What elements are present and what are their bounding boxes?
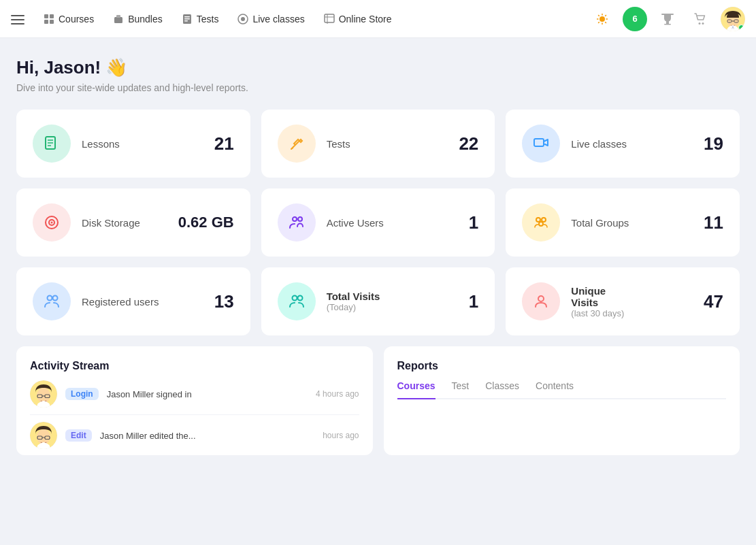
stats-grid-row1: Lessons 21 Tests 22 Live classes: [16, 110, 740, 178]
groups-icon-wrap: [522, 203, 560, 242]
svg-rect-8: [116, 15, 120, 18]
nav-online-store[interactable]: Online Store: [324, 14, 392, 24]
reports-title: Reports: [397, 360, 727, 372]
activity-tag-login: Login: [65, 388, 99, 400]
stat-card-total-visits: Total Visits (Today) 1: [261, 267, 495, 335]
trophy-button[interactable]: [655, 7, 680, 31]
svg-rect-10: [184, 16, 190, 18]
activity-text-0: Jason Miller signed in: [107, 389, 308, 399]
visits-icon: [289, 293, 305, 310]
trophy-icon: [661, 12, 674, 26]
live-icon-wrap: [522, 125, 560, 163]
live-classes-label: Live classes: [571, 138, 693, 150]
unique-visits-value: 47: [704, 291, 723, 312]
reports-tabs: Courses Test Classes Contents: [397, 380, 727, 399]
nav-courses[interactable]: Courses: [44, 14, 94, 24]
svg-rect-3: [44, 14, 48, 18]
activity-scroll-area[interactable]: Login Jason Miller signed in 4 hours ago: [30, 380, 359, 455]
svg-rect-26: [664, 24, 671, 25]
nav-live-classes[interactable]: Live classes: [237, 14, 304, 24]
activity-time-0: 4 hours ago: [316, 389, 359, 399]
active-users-value: 1: [469, 212, 478, 233]
stat-card-active-users: Active Users 1: [261, 188, 495, 257]
groups-value: 11: [704, 212, 723, 233]
unique-visits-icon-wrap: [522, 282, 560, 320]
tab-classes[interactable]: Classes: [485, 380, 519, 399]
lessons-label: Lessons: [82, 138, 203, 150]
svg-point-28: [702, 22, 704, 24]
activity-stream-title: Activity Stream: [30, 360, 359, 372]
disk-label: Disk Storage: [82, 217, 167, 229]
notification-badge: 6: [623, 7, 647, 31]
cart-icon: [693, 12, 707, 26]
courses-icon: [44, 14, 54, 24]
stat-card-live-classes: Live classes 19: [506, 110, 740, 178]
registered-users-value: 13: [214, 291, 234, 312]
total-visits-label: Total Visits: [327, 291, 458, 302]
svg-point-27: [699, 22, 701, 24]
svg-point-58: [37, 429, 50, 444]
store-icon: [324, 14, 335, 24]
stat-card-disk: Disk Storage 0.62 GB: [16, 188, 250, 257]
nav-right: 6: [590, 7, 745, 31]
svg-rect-4: [50, 14, 54, 18]
registered-users-icon-wrap: [33, 282, 71, 320]
stats-grid-row3: Registered users 13 Total Visits (Today)…: [16, 267, 740, 335]
svg-rect-6: [50, 20, 54, 24]
nav-bundles[interactable]: Bundles: [113, 14, 163, 24]
menu-icon[interactable]: [11, 11, 24, 27]
svg-rect-12: [184, 20, 188, 22]
svg-point-42: [293, 217, 297, 221]
svg-rect-2: [11, 23, 24, 24]
tab-test[interactable]: Test: [452, 380, 470, 399]
visits-icon-wrap: [278, 282, 316, 320]
svg-point-14: [241, 17, 245, 21]
activity-stream-panel: Activity Stream: [16, 346, 373, 455]
sun-icon: [595, 12, 609, 26]
unique-visits-period: (last 30 days): [571, 308, 693, 318]
notification-button[interactable]: 6: [623, 7, 647, 31]
live-classes-icon: [237, 14, 248, 24]
activity-avatar-2: [30, 422, 57, 449]
groups-label: Total Groups: [571, 217, 693, 229]
activity-text-1: Jason Miller edited the...: [100, 431, 314, 441]
svg-rect-7: [114, 17, 122, 23]
svg-point-43: [298, 217, 302, 221]
sun-button[interactable]: [590, 7, 614, 31]
greeting-title: Hi, Jason! 👋: [16, 57, 740, 78]
disk-icon: [44, 214, 60, 231]
svg-point-49: [292, 296, 297, 301]
svg-point-51: [538, 296, 544, 301]
disk-value: 0.62 GB: [178, 214, 234, 231]
svg-line-23: [605, 15, 606, 16]
svg-point-45: [542, 218, 546, 222]
nav-tests[interactable]: Tests: [182, 14, 219, 24]
active-users-icon: [289, 214, 305, 231]
registered-users-icon: [44, 293, 60, 310]
tab-courses[interactable]: Courses: [397, 380, 435, 399]
tests-icon-wrap: [278, 125, 316, 163]
unique-visits-sublabel: Visits: [571, 297, 693, 308]
svg-line-21: [598, 15, 599, 16]
svg-point-48: [53, 296, 58, 301]
svg-point-46: [539, 222, 543, 226]
cart-button[interactable]: [688, 7, 712, 31]
total-visits-value: 1: [469, 291, 478, 312]
svg-point-41: [51, 222, 53, 224]
registered-users-label: Registered users: [82, 296, 203, 308]
svg-point-47: [48, 296, 52, 301]
user-avatar[interactable]: [721, 7, 745, 31]
svg-rect-1: [11, 19, 24, 20]
svg-rect-0: [11, 15, 24, 16]
stat-card-tests: Tests 22: [261, 110, 495, 178]
svg-rect-25: [666, 21, 669, 24]
tab-contents[interactable]: Contents: [536, 380, 574, 399]
unique-visits-label: Unique: [571, 285, 693, 297]
bundles-icon: [113, 14, 124, 24]
lessons-icon: [44, 135, 60, 152]
activity-avatar: [30, 380, 57, 408]
svg-line-24: [598, 22, 599, 23]
greeting-subtitle: Dive into your site-wide updates and hig…: [16, 82, 740, 93]
stat-card-lessons: Lessons 21: [16, 110, 250, 178]
active-users-icon-wrap: [278, 203, 316, 242]
